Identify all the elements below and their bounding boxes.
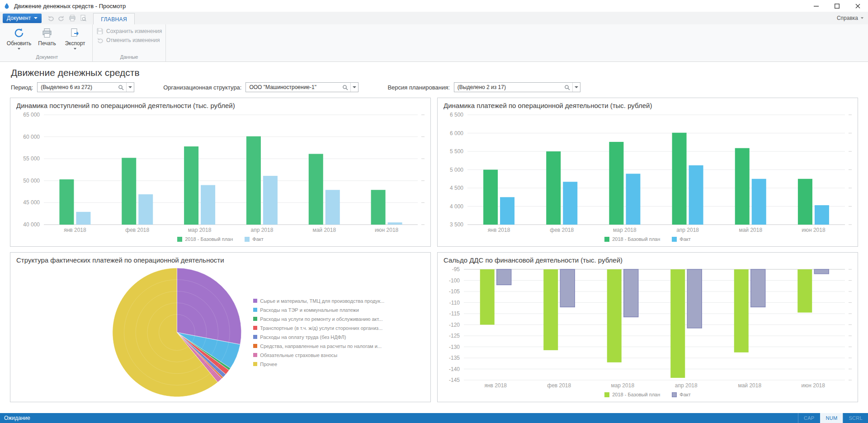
search-icon <box>340 85 350 90</box>
legend-item: Средства, направленные на расчеты по нал… <box>253 343 424 349</box>
refresh-button[interactable]: Обновить <box>5 26 33 50</box>
org-structure-filter-dropdown[interactable]: ООО "Машиностроение-1" <box>245 82 359 92</box>
legend-item: Прочее <box>253 362 424 367</box>
svg-text:фев 2018: фев 2018 <box>550 227 574 233</box>
close-button[interactable] <box>847 0 868 12</box>
chart-legend: 2018 - Базовый планФакт <box>442 235 853 244</box>
plan-version-filter-dropdown[interactable]: (Выделено 2 из 17) <box>454 82 580 92</box>
legend-swatch <box>604 392 609 397</box>
redo-icon[interactable] <box>58 14 65 22</box>
num-indicator: NUM <box>820 413 843 423</box>
legend-label: Факт <box>679 236 690 242</box>
svg-text:-130: -130 <box>449 344 460 350</box>
caps-indicator: CAP <box>798 413 820 423</box>
svg-text:фев 2018: фев 2018 <box>547 382 571 389</box>
print-button[interactable]: Печать <box>33 26 61 50</box>
svg-text:-125: -125 <box>449 333 460 339</box>
chevron-down-icon[interactable] <box>572 83 580 92</box>
svg-text:50 000: 50 000 <box>23 178 40 184</box>
legend-swatch <box>253 326 257 330</box>
svg-text:60 000: 60 000 <box>23 134 40 140</box>
page-title: Движение денежных средств <box>11 67 858 78</box>
print-label: Печать <box>38 40 56 47</box>
legend-item: 2018 - Базовый план <box>604 236 660 242</box>
legend-item: Расходы на ТЭР и коммунальные платежи <box>253 307 424 313</box>
legend-label: Прочее <box>260 362 277 367</box>
svg-text:3 500: 3 500 <box>450 221 463 228</box>
legend-item: Расходы на услуги по ремонту и обслужива… <box>253 316 424 322</box>
svg-text:5 000: 5 000 <box>450 167 463 173</box>
filter-plan-version: Версия планирования: (Выделено 2 из 17) <box>387 82 580 92</box>
svg-text:май 2018: май 2018 <box>738 382 761 389</box>
legend-label: Средства, направленные на расчеты по нал… <box>260 343 382 349</box>
legend-item: 2018 - Базовый план <box>177 236 233 242</box>
chart-legend: 2018 - Базовый планФакт <box>15 235 426 244</box>
legend-item: Факт <box>245 236 263 242</box>
legend-swatch <box>253 362 257 366</box>
window-controls <box>806 0 868 12</box>
document-menu-button[interactable]: Документ <box>3 14 42 23</box>
balance-bar-chart: -145-140-135-130-125-120-115-110-105-100… <box>442 266 853 390</box>
svg-text:апр 2018: апр 2018 <box>675 382 698 389</box>
chevron-down-icon[interactable] <box>126 83 134 92</box>
svg-text:-140: -140 <box>449 366 460 372</box>
quick-access-toolbar <box>47 14 87 22</box>
svg-text:6 000: 6 000 <box>450 130 463 136</box>
chevron-down-icon <box>74 48 76 50</box>
svg-text:65 000: 65 000 <box>23 112 40 118</box>
legend-item: Факт <box>672 236 690 242</box>
legend-label: Расходы на ТЭР и коммунальные платежи <box>260 307 359 313</box>
chevron-down-icon[interactable] <box>350 83 358 92</box>
help-label: Справка <box>837 15 858 21</box>
scroll-indicator: SCRL <box>843 413 868 423</box>
cancel-changes-label: Отменить изменения <box>106 37 160 43</box>
legend-label: Транспортные (в т.ч. ж/д) услуги сторонн… <box>260 325 382 331</box>
status-text: Ожидание <box>4 415 30 421</box>
legend-swatch <box>253 299 257 303</box>
chart-title: Динамика поступлений по операционной дея… <box>16 102 426 109</box>
filter-org-structure: Организационная структура: ООО "Машиност… <box>163 82 359 92</box>
receipts-bar-chart: 40 00045 00050 00055 00060 00065 000янв … <box>15 111 426 235</box>
search-icon <box>116 85 126 90</box>
save-changes-button[interactable]: Сохранить изменения <box>96 28 162 35</box>
save-changes-label: Сохранить изменения <box>106 28 162 34</box>
period-filter-dropdown[interactable]: (Выделено 6 из 272) <box>37 82 134 92</box>
export-button[interactable]: Экспорт <box>61 26 89 50</box>
printer-icon <box>42 27 52 39</box>
filter-label: Организационная структура: <box>163 84 241 91</box>
legend-item: Факт <box>672 392 690 397</box>
svg-text:июн 2018: июн 2018 <box>802 382 826 389</box>
legend-label: Сырье и материалы, ТМЦ для производства … <box>260 298 384 304</box>
status-indicators: CAP NUM SCRL <box>798 413 868 423</box>
maximize-button[interactable] <box>826 0 847 12</box>
ribbon-group-data: Сохранить изменения Отменить изменения Д… <box>93 24 166 61</box>
chart-title: Сальдо ДДС по финансовой деятельности (т… <box>443 256 853 264</box>
payments-structure-pie-chart <box>15 266 253 399</box>
legend-label: Факт <box>679 392 690 397</box>
print-icon[interactable] <box>69 14 76 22</box>
titlebar: Движение денежных средств - Просмотр <box>0 0 868 12</box>
tab-main[interactable]: ГЛАВНАЯ <box>93 13 135 25</box>
svg-text:-115: -115 <box>449 310 460 317</box>
legend-label: Расходы на услуги по ремонту и обслужива… <box>260 316 382 322</box>
svg-text:-110: -110 <box>449 300 460 306</box>
svg-text:янв 2018: янв 2018 <box>488 227 510 233</box>
filter-label: Версия планирования: <box>387 84 449 91</box>
svg-text:мар 2018: мар 2018 <box>188 227 212 233</box>
print-preview-icon[interactable] <box>80 14 87 22</box>
help-menu[interactable]: Справка <box>837 15 863 21</box>
legend-label: Факт <box>252 236 263 242</box>
export-label: Экспорт <box>65 40 85 47</box>
undo-icon[interactable] <box>47 14 54 22</box>
cancel-changes-button[interactable]: Отменить изменения <box>96 37 160 44</box>
legend-item: Сырье и материалы, ТМЦ для производства … <box>253 298 424 304</box>
legend-label: 2018 - Базовый план <box>185 236 233 242</box>
ribbon-tab-row: Документ ГЛАВНАЯ Справка <box>0 12 868 24</box>
minimize-button[interactable] <box>806 0 826 12</box>
svg-text:5 500: 5 500 <box>450 148 463 155</box>
svg-text:-95: -95 <box>452 266 460 273</box>
filter-value: ООО "Машиностроение-1" <box>246 84 340 90</box>
filter-value: (Выделено 6 из 272) <box>38 84 116 90</box>
svg-text:-145: -145 <box>449 377 460 383</box>
ribbon-group-document: Обновить Печать Экспорт <box>2 24 93 61</box>
